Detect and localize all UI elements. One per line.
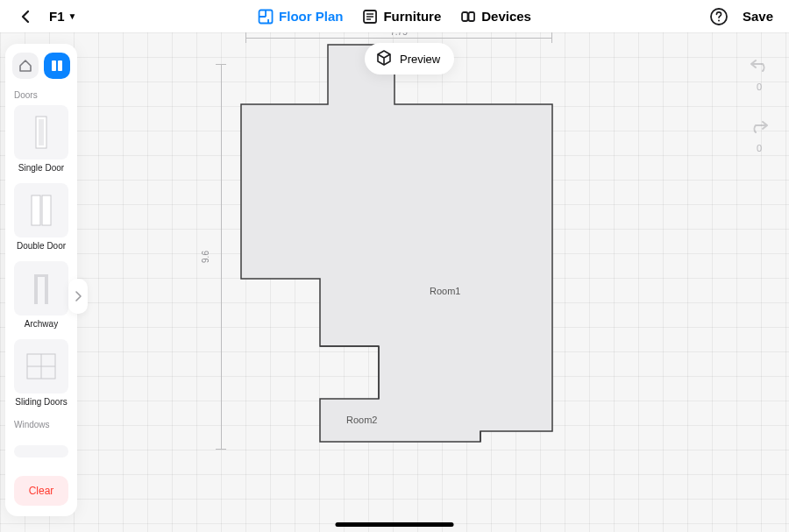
help-icon [709,7,729,26]
redo-count: 0 [757,143,762,153]
back-icon [19,10,32,24]
lib-window-peek[interactable] [14,445,68,458]
room2-label: Room2 [346,415,377,425]
topbar: F1 ▼ Floor Plan Furniture Devices Save [0,0,789,32]
canvas[interactable]: Room1 Room2 7.75 9.6 Preview 0 0 [0,32,789,532]
redo-icon [748,117,771,135]
svg-rect-12 [34,274,38,304]
lib-archway[interactable]: Archway [14,261,68,329]
svg-rect-6 [52,60,56,71]
lib-archway-label: Archway [25,319,58,329]
lib-sliding-doors[interactable]: Sliding Doors [14,339,68,407]
furniture-icon [362,9,378,25]
svg-rect-3 [469,12,475,21]
section-windows-label: Windows [14,417,68,435]
room1-label: Room1 [430,286,460,296]
svg-rect-2 [462,12,468,21]
svg-rect-11 [42,195,51,225]
undo-button[interactable] [747,55,771,74]
floor-plan-shape[interactable] [0,32,789,532]
history-controls: 0 0 [747,55,771,153]
redo-button[interactable] [747,117,771,136]
tab-furniture-label: Furniture [383,9,441,24]
svg-rect-9 [39,119,44,145]
tab-floor-plan-label: Floor Plan [279,9,343,24]
topbar-right: Save [709,7,773,26]
lib-single-door[interactable]: Single Door [14,105,68,173]
tab-floor-plan[interactable]: Floor Plan [258,9,343,25]
mode-rooms[interactable] [12,53,39,79]
devices-icon [460,9,476,25]
lib-single-door-label: Single Door [18,163,64,173]
house-icon [18,58,33,74]
back-button[interactable] [16,7,35,26]
help-button[interactable] [709,7,729,26]
tab-devices-label: Devices [481,9,531,24]
floor-plan-icon [258,9,274,25]
sidebar-collapse-handle[interactable] [68,279,88,314]
dimension-height: 9.6 [214,64,228,450]
floor-label: F1 [49,9,65,24]
tabs: Floor Plan Furniture Devices [258,9,531,25]
preview-icon [375,49,393,69]
preview-label: Preview [400,53,440,66]
clear-button[interactable]: Clear [14,476,68,506]
dimension-width: 7.75 [245,31,552,43]
sidebar: Doors Single Door Double Door Archway Sl… [5,44,77,516]
home-indicator [336,522,454,527]
section-doors-label: Doors [5,88,77,105]
lib-sliding-doors-label: Sliding Doors [15,397,67,407]
doors-icon [49,58,65,74]
save-button[interactable]: Save [743,9,773,24]
tab-devices[interactable]: Devices [460,9,531,25]
tab-furniture[interactable]: Furniture [362,9,441,25]
chevron-right-icon [74,290,82,302]
undo-count: 0 [757,82,762,92]
caret-down-icon: ▼ [68,11,77,21]
svg-point-5 [718,19,720,21]
sidebar-mode-toggle [5,51,77,88]
undo-icon [748,56,771,74]
lib-double-door[interactable]: Double Door [14,183,68,251]
lib-double-door-label: Double Door [17,241,66,251]
svg-rect-10 [32,195,40,225]
svg-rect-7 [58,60,62,71]
preview-button[interactable]: Preview [365,43,454,74]
library-list: Single Door Double Door Archway Sliding … [5,105,77,476]
svg-rect-13 [45,274,48,304]
dimension-height-value: 9.6 [201,251,210,263]
mode-doors[interactable] [44,53,70,79]
floor-selector[interactable]: F1 ▼ [49,9,76,24]
svg-rect-14 [34,274,48,277]
